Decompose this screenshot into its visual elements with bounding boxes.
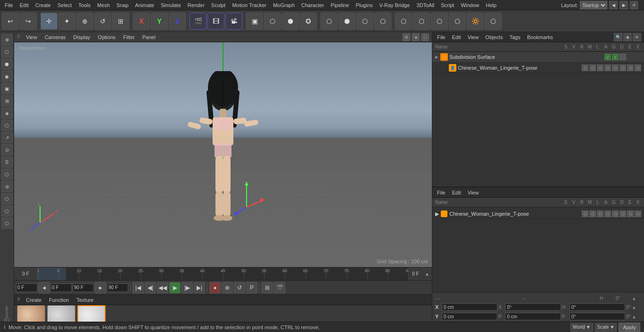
vp-menu-display[interactable]: Display xyxy=(71,33,92,41)
left-tool-16[interactable]: ⬡ xyxy=(1,218,13,229)
render-playback-button[interactable]: 🎬 xyxy=(274,282,285,293)
loop-button[interactable]: ↺ xyxy=(234,282,245,293)
menu-window[interactable]: Window xyxy=(458,1,482,9)
obj-check-w4[interactable]: ⬡ xyxy=(604,65,611,71)
menu-snap[interactable]: Snap xyxy=(114,1,132,9)
left-tool-9[interactable]: ↗ xyxy=(1,132,13,143)
left-tool-4[interactable]: ◉ xyxy=(1,71,13,82)
scale-dropdown[interactable]: Scale ▼ xyxy=(595,323,617,332)
coord-x-arrow[interactable]: ▲ xyxy=(632,305,641,310)
vp-menu-filter[interactable]: Filter xyxy=(121,33,136,41)
transport-end-frame2[interactable] xyxy=(107,283,128,292)
obj-check-w8[interactable]: ⬡ xyxy=(635,65,641,71)
goto-end-button[interactable]: ▶| xyxy=(194,282,205,293)
attr-menu-file[interactable]: File xyxy=(435,189,447,196)
obj-search-icon[interactable]: 🔍 xyxy=(614,33,622,41)
menu-pipeline[interactable]: Pipeline xyxy=(328,1,352,9)
menu-render[interactable]: Render xyxy=(185,1,207,9)
attr-menu-view[interactable]: View xyxy=(466,189,481,196)
obj-menu-edit[interactable]: Edit xyxy=(450,33,463,41)
tool-c[interactable]: ⬡ xyxy=(431,13,448,30)
transport-end-frame[interactable] xyxy=(73,283,94,292)
obj-check-w1[interactable]: ⬡ xyxy=(582,65,588,71)
play-reverse-button[interactable]: ◀◀ xyxy=(157,282,168,293)
menu-script[interactable]: Script xyxy=(438,1,457,9)
menu-vray[interactable]: V-Ray Bridge xyxy=(377,1,413,9)
transport-start-frame[interactable] xyxy=(50,283,72,292)
next-frame-button[interactable]: |▶ xyxy=(182,282,193,293)
axis-y-button[interactable]: Y xyxy=(151,13,168,30)
motion-clip-button[interactable]: P xyxy=(246,282,257,293)
attr-icon-6[interactable]: ⬡ xyxy=(619,211,626,217)
obj-row-subdivision[interactable]: ▶ ⬡ Subdivision Surface ✓ ✓ xyxy=(432,52,644,63)
obj-check-w3[interactable]: ⬡ xyxy=(597,65,603,71)
obj-check-w5[interactable]: ⬡ xyxy=(612,65,619,71)
keyframe-grid-button[interactable]: ⊞ xyxy=(262,282,273,293)
axis-z-button[interactable]: Z xyxy=(169,13,186,30)
tool-b[interactable]: ⬡ xyxy=(413,13,430,30)
left-tool-11[interactable]: S xyxy=(1,156,13,168)
left-tool-14[interactable]: ⬡ xyxy=(1,193,13,204)
left-tool-8[interactable]: ⬡ xyxy=(1,120,13,131)
obj-expand-subdiv[interactable]: ▶ xyxy=(435,55,439,59)
cube-button[interactable]: ▣ xyxy=(246,13,263,30)
transport-arrow-left[interactable]: ◀ xyxy=(38,282,50,293)
render-view-button[interactable]: 🎞 xyxy=(207,13,224,30)
sky-button[interactable]: ⬢ xyxy=(339,13,355,30)
menu-create[interactable]: Create xyxy=(33,1,54,9)
obj-menu-view[interactable]: View xyxy=(466,33,481,41)
attr-icon-7[interactable]: ⬡ xyxy=(627,211,634,217)
record-button[interactable]: ● xyxy=(209,282,221,293)
menu-sculpt[interactable]: Sculpt xyxy=(208,1,229,9)
obj-check-w7[interactable]: ⬡ xyxy=(627,65,634,71)
menu-help[interactable]: Help xyxy=(483,1,500,9)
mat-menu-create[interactable]: Create xyxy=(24,296,43,304)
coord-p-val[interactable]: 0° xyxy=(570,313,625,320)
timeline-scroll-up[interactable]: ▲ xyxy=(422,267,432,280)
tool-a[interactable]: ⬡ xyxy=(395,13,412,30)
timeline-ruler[interactable]: 051015202530354045505560657075808590 xyxy=(38,267,408,280)
coord-y-pos[interactable]: 0 cm xyxy=(442,313,497,320)
coord-y-rot[interactable]: 0 cm xyxy=(505,313,561,320)
select-tool-button[interactable]: ✛ xyxy=(41,13,58,30)
deformer-button[interactable]: ✪ xyxy=(300,13,317,30)
left-tool-15[interactable]: ⬡ xyxy=(1,205,13,217)
obj-check-r-subdiv[interactable] xyxy=(619,54,626,60)
play-button[interactable]: ▶ xyxy=(169,282,181,293)
menu-tools[interactable]: Tools xyxy=(75,1,93,9)
render-region-button[interactable]: 🎬 xyxy=(190,13,206,30)
obj-check-w2[interactable]: ⬡ xyxy=(589,65,596,71)
obj-config-icon[interactable]: ◈ xyxy=(623,33,632,41)
layout-select[interactable]: Startup xyxy=(580,1,607,9)
obj-check-v-subdiv[interactable]: ✓ xyxy=(612,54,619,60)
world-dropdown[interactable]: World ▼ xyxy=(570,323,593,332)
light-button[interactable]: ⬡ xyxy=(264,13,281,30)
floor-button[interactable]: ⬡ xyxy=(321,13,338,30)
left-tool-12[interactable]: ⬡ xyxy=(1,169,13,180)
menu-select[interactable]: Select xyxy=(55,1,75,9)
layout-next[interactable]: ▶ xyxy=(619,1,628,9)
menu-3dtoall[interactable]: 3DToAll xyxy=(413,1,437,9)
obj-row-woman[interactable]: 👤 Chinese_Woman_Lingerie_T-pose ⬡ ⬡ ⬡ ⬡ … xyxy=(432,63,644,73)
undo-button[interactable]: ↩ xyxy=(2,13,19,30)
menu-mesh[interactable]: Mesh xyxy=(94,1,113,9)
render-button[interactable]: 📽 xyxy=(225,13,242,30)
mat-menu-function[interactable]: Function xyxy=(47,296,71,304)
menu-simulate[interactable]: Simulate xyxy=(158,1,184,9)
attr-icon-1[interactable]: ⬡ xyxy=(582,211,588,217)
menu-mograph[interactable]: MoGraph xyxy=(270,1,297,9)
attr-row-woman[interactable]: ▶ Chinese_Woman_Lingerie_T-pose ⬡ ⬡ ⬡ ⬡ … xyxy=(435,209,641,219)
vp-menu-view[interactable]: View xyxy=(24,33,39,41)
vp-menu-cameras[interactable]: Cameras xyxy=(43,33,68,41)
array-button[interactable]: ⬡ xyxy=(374,13,391,30)
left-tool-10[interactable]: ⊙ xyxy=(1,144,13,155)
obj-menu-objects[interactable]: Objects xyxy=(483,33,504,41)
prev-frame-button[interactable]: ◀| xyxy=(145,282,156,293)
mat-handle[interactable]: ⠿ xyxy=(17,297,20,302)
tool-d[interactable]: ⬡ xyxy=(449,13,466,30)
axis-x-button[interactable]: X xyxy=(133,13,150,30)
vp-menu-options[interactable]: Options xyxy=(96,33,117,41)
mat-menu-texture[interactable]: Texture xyxy=(74,296,95,304)
left-tool-6[interactable]: ⊞ xyxy=(1,95,13,106)
left-tool-5[interactable]: ▣ xyxy=(1,83,13,94)
